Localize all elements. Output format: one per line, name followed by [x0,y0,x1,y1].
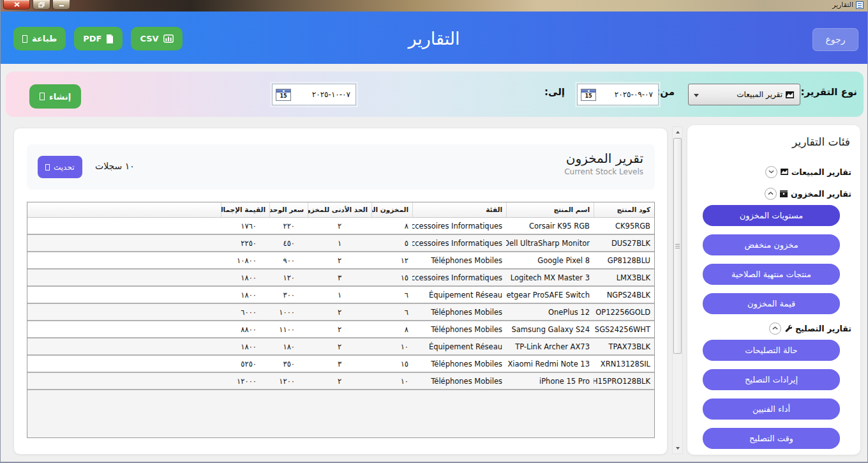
chevron-down-icon [694,94,699,97]
table-row[interactable]: XRN13128SILXiaomi Redmi Note 13Téléphone… [27,356,654,373]
table-cell: ٦ [371,304,412,320]
table-cell: iPhone 15 Pro [506,373,594,389]
table-cell: ١٢٠٠٠ [221,373,269,389]
sidebar-item[interactable]: أداء الفنيين [703,398,840,420]
report-title: تقرير المخزون [564,150,643,167]
column-header[interactable]: اسم المنتج [506,202,594,217]
table-row[interactable]: TPAX73BLKTP-Link Archer AX73Équipement R… [27,338,654,356]
table-cell: ٢٢٠ [269,218,308,234]
table-cell: OP12256GOLD [594,304,654,320]
table-cell: ٢ [308,304,371,320]
table-cell: Samsung Galaxy S24 [506,321,594,337]
column-header[interactable]: القيمة الإجمالية [221,202,269,217]
sidebar-item[interactable]: مخزون منخفض [703,234,840,255]
to-date-input[interactable]: 15 ٠٧-١٠-٢٠٢٥ [272,84,356,105]
table-cell: Logitech MX Master 3 [506,269,594,285]
table-cell: ٥ [371,235,412,251]
table-row[interactable]: DUS27BLKDell UltraSharp MonitorAccessoir… [27,235,654,252]
table-row[interactable]: OP12256GOLDOnePlus 12Téléphones Mobiles٦… [27,304,654,321]
table-cell: Équipement Réseau [412,287,506,303]
table-cell: ١٨٠٠ [221,269,269,285]
table-cell: Netgear ProSAFE Switch [506,287,594,303]
arrow-up-icon [676,131,680,133]
report-card: تقرير المخزون Current Stock Levels تحديث… [13,128,668,455]
table-row[interactable]: IPH15PRO128BLKiPhone 15 ProTéléphones Mo… [27,373,654,390]
column-header-filler [27,202,221,217]
table-cell: ٣ [308,269,371,285]
table-cell [27,287,221,303]
table-cell: IPH15PRO128BLK [594,373,654,389]
window-close-button[interactable] [3,0,30,10]
back-button[interactable]: رجوع [812,28,858,51]
table-cell: ٢ [308,321,371,337]
page-title: التقارير [1,29,867,49]
table-cell: ١٨٠٠ [221,338,269,354]
table-row[interactable]: GP8128BLUGoogle Pixel 8Téléphones Mobile… [27,252,654,269]
sidebar-item[interactable]: وقت التصليح [703,428,840,449]
sidebar-item[interactable]: حالة التصليحات [703,340,840,361]
table-cell: ١٠ [371,338,412,354]
calendar-icon[interactable]: 15 [581,89,596,101]
column-header[interactable]: الفئة [412,202,506,217]
column-header[interactable]: سعر الوحدة [269,202,308,217]
table-cell: ٢٢٥٠ [221,235,269,251]
inventory-box-icon [780,190,788,197]
table-cell: ٣٠٠ [269,287,308,303]
table-cell: Dell UltraSharp Monitor [506,235,594,251]
chevron-down-icon[interactable] [765,166,777,178]
sidebar-section-inventory[interactable]: تقارير المخزون [687,188,860,199]
restore-icon [38,2,45,8]
chevron-up-icon[interactable] [769,323,781,335]
table-row[interactable]: SGS24256WHTSamsung Galaxy S24Téléphones … [27,321,654,338]
create-button-label: إنشاء [49,92,71,102]
window-restore-button[interactable] [33,0,50,10]
column-header[interactable]: كود المنتج [594,202,654,217]
stock-table: كود المنتجاسم المنتجالفئةالمخزون الحاليا… [27,202,655,438]
window-minimize-button[interactable] [52,0,70,10]
table-cell: Téléphones Mobiles [412,321,506,337]
scrollbar-thumb[interactable] [673,138,682,354]
report-type-select[interactable]: تقرير المبيعات [688,84,800,105]
report-header: تقرير المخزون Current Stock Levels تحديث… [27,144,655,190]
table-cell [27,338,221,354]
from-date-input[interactable]: 15 ٠٧-٠٩-٢٠٢٥ [577,84,659,105]
table-cell: NGPS24BLK [594,287,654,303]
table-row[interactable]: CK95RGBCorsair K95 RGBAccessoires Inform… [27,218,654,235]
table-cell: OnePlus 12 [506,304,594,320]
column-header[interactable]: المخزون الحالي [371,202,412,217]
table-cell: LMX3BLK [594,269,654,285]
table-cell: XRN13128SIL [594,356,654,372]
table-row[interactable]: LMX3BLKLogitech MX Master 3Accessoires I… [27,269,654,287]
vertical-scrollbar[interactable] [672,126,683,454]
sidebar-item[interactable]: منتجات منتهية الصلاحية [703,264,840,285]
table-cell: ٤٥٠ [269,235,308,251]
chevron-up-icon[interactable] [765,188,777,200]
table-cell: GP8128BLU [594,252,654,268]
scroll-up-button[interactable] [673,127,682,137]
sidebar-item[interactable]: قيمة المخزون [703,293,840,314]
table-cell: ١٨٠ [269,338,308,354]
column-header[interactable]: الحد الأدنى للمخزون [308,202,371,217]
refresh-button[interactable]: تحديث [38,156,82,178]
sidebar-section-repair[interactable]: تقارير التصليح [687,323,860,334]
create-button[interactable]: إنشاء [29,84,81,109]
table-cell: ٢ [308,338,371,354]
table-cell: ٩٠٠ [269,252,308,268]
scroll-down-button[interactable] [673,443,682,453]
filter-bar: نوع التقرير: تقرير المبيعات من: 15 ٠٧-٠٩… [6,72,864,117]
create-icon [40,93,45,100]
section-label: تقارير التصليح [795,324,851,333]
arrow-down-icon [676,447,680,450]
table-cell [27,269,221,285]
sidebar-section-sales[interactable]: تقارير المبيعات [687,166,860,178]
table-cell: ٨ [371,321,412,337]
table-cell: Accessoires Informatiques [412,269,506,285]
sidebar-item[interactable]: مستويات المخزون [703,205,840,226]
records-count: ١٠ سجلات [95,161,135,171]
close-icon [14,2,20,7]
calendar-icon[interactable]: 15 [276,89,291,101]
table-cell [27,252,221,268]
table-cell [27,235,221,251]
sidebar-item[interactable]: إيرادات التصليح [703,369,840,390]
table-row[interactable]: NGPS24BLKNetgear ProSAFE SwitchÉquipemen… [27,287,654,304]
